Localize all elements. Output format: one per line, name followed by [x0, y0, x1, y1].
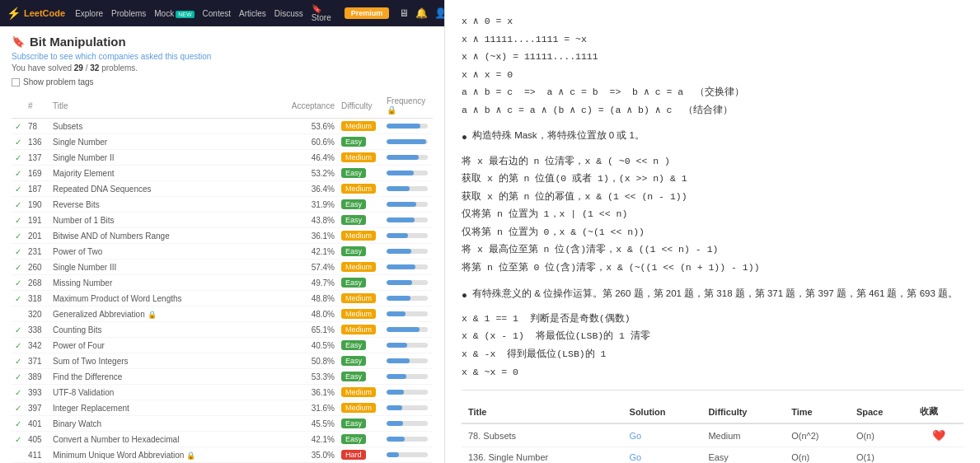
show-tags[interactable]: Show problem tags	[12, 77, 433, 87]
check-cell: ✓	[12, 244, 25, 260]
freq-bar	[387, 374, 406, 379]
num-cell: 268	[25, 275, 49, 291]
difficulty-badge: Medium	[341, 152, 376, 162]
freq-bar	[387, 217, 415, 222]
title-cell[interactable]: Generalized Abbreviation🔒	[49, 306, 288, 322]
diff-cell: Easy	[338, 197, 383, 213]
num-cell: 136	[25, 134, 49, 150]
difficulty-badge: Medium	[341, 262, 376, 272]
nav-items: Explore Problems MockNEW Contest Article…	[75, 4, 331, 22]
sum-col-collect: 收藏	[913, 400, 964, 423]
freq-bar-container	[387, 311, 428, 316]
num-cell: 411	[25, 447, 49, 463]
freq-cell	[383, 353, 433, 369]
num-cell: 401	[25, 416, 49, 432]
title-cell[interactable]: Majority Element	[49, 166, 288, 181]
logo-icon: ⚡	[7, 7, 21, 20]
freq-bar	[387, 390, 404, 395]
num-cell: 342	[25, 338, 49, 353]
freq-bar	[387, 264, 415, 269]
sum-collect-cell[interactable]: ❤️	[913, 423, 964, 447]
title-cell[interactable]: Find the Difference	[49, 369, 288, 385]
diff-cell: Medium	[338, 385, 383, 400]
monitor-icon[interactable]: 🖥	[399, 7, 409, 19]
user-icon[interactable]: 👤	[434, 7, 445, 19]
title-cell[interactable]: Number of 1 Bits	[49, 213, 288, 228]
title-cell[interactable]: Power of Four	[49, 338, 288, 353]
difficulty-badge: Easy	[341, 215, 366, 225]
accept-cell: 42.1%	[288, 432, 338, 447]
freq-bar-container	[387, 405, 428, 410]
freq-bar-container	[387, 171, 428, 175]
freq-cell	[383, 306, 433, 322]
freq-bar	[387, 280, 412, 285]
table-row: 320 Generalized Abbreviation🔒 48.0% Medi…	[12, 306, 433, 322]
check-cell: ✓	[12, 228, 25, 244]
title-cell[interactable]: Convert a Number to Hexadecimal	[49, 432, 288, 447]
freq-cell	[383, 275, 433, 291]
title-cell[interactable]: Minimum Unique Word Abbreviation🔒	[49, 447, 288, 463]
accept-cell: 65.1%	[288, 322, 338, 338]
title-cell[interactable]: Single Number III	[49, 260, 288, 275]
num-cell: 371	[25, 353, 49, 369]
title-cell[interactable]: Bitwise AND of Numbers Range	[49, 228, 288, 244]
nav-store[interactable]: 🔖 Store	[312, 4, 331, 22]
accept-cell: 36.1%	[288, 385, 338, 400]
freq-bar	[387, 405, 402, 410]
title-cell[interactable]: Power of Two	[49, 244, 288, 260]
title-cell[interactable]: Repeated DNA Sequences	[49, 181, 288, 197]
title-cell[interactable]: Missing Number	[49, 275, 288, 291]
bell-icon[interactable]: 🔔	[415, 7, 428, 19]
sum-solution-cell[interactable]: Go	[623, 447, 702, 463]
table-row: ✓ 405 Convert a Number to Hexadecimal 42…	[12, 432, 433, 447]
title-cell[interactable]: Binary Watch	[49, 416, 288, 432]
freq-bar	[387, 327, 420, 332]
num-cell: 338	[25, 322, 49, 338]
title-cell[interactable]: UTF-8 Validation	[49, 385, 288, 400]
nav-articles[interactable]: Articles	[239, 9, 266, 18]
sum-solution-cell[interactable]: Go	[623, 423, 702, 447]
title-cell[interactable]: Sum of Two Integers	[49, 353, 288, 369]
premium-button[interactable]: Premium	[345, 7, 390, 19]
nav-explore[interactable]: Explore	[75, 9, 103, 18]
freq-bar-container	[387, 421, 428, 426]
title-cell[interactable]: Subsets	[49, 119, 288, 134]
table-row: ✓ 260 Single Number III 57.4% Medium	[12, 260, 433, 275]
accept-cell: 31.6%	[288, 400, 338, 416]
freq-cell	[383, 197, 433, 213]
nav-contest[interactable]: Contest	[203, 9, 231, 18]
freq-bar	[387, 202, 416, 207]
title-cell[interactable]: Integer Replacement	[49, 400, 288, 416]
col-title: Title	[49, 93, 288, 119]
accept-cell: 50.8%	[288, 353, 338, 369]
difficulty-badge: Easy	[341, 199, 366, 209]
table-row: ✓ 393 UTF-8 Validation 36.1% Medium	[12, 385, 433, 400]
difficulty-badge: Medium	[341, 387, 376, 397]
table-row: ✓ 389 Find the Difference 53.3% Easy	[12, 369, 433, 385]
title-cell[interactable]: Reverse Bits	[49, 197, 288, 213]
freq-cell	[383, 369, 433, 385]
nav-discuss[interactable]: Discuss	[274, 9, 303, 18]
nav-problems[interactable]: Problems	[111, 9, 146, 18]
title-cell[interactable]: Maximum Product of Word Lengths	[49, 291, 288, 306]
table-row: ✓ 397 Integer Replacement 31.6% Medium	[12, 400, 433, 416]
freq-bar	[387, 311, 406, 316]
title-cell[interactable]: Counting Bits	[49, 322, 288, 338]
sum-collect-cell[interactable]	[913, 447, 964, 463]
subscribe-link[interactable]: Subscribe to see which companies asked t…	[12, 52, 433, 61]
freq-bar	[387, 186, 410, 191]
diff-cell: Medium	[338, 260, 383, 275]
lock-icon: 🔒	[186, 451, 195, 460]
tags-checkbox[interactable]	[12, 78, 20, 87]
table-row: ✓ 137 Single Number II 46.4% Medium	[12, 150, 433, 166]
check-cell	[12, 447, 25, 463]
title-cell[interactable]: Single Number	[49, 134, 288, 150]
heart-icon: ❤️	[932, 429, 945, 442]
freq-bar	[387, 343, 407, 348]
freq-bar-container	[387, 186, 428, 191]
nav-mock[interactable]: MockNEW	[154, 9, 194, 18]
check-cell: ✓	[12, 369, 25, 385]
col-num: #	[25, 93, 49, 119]
freq-cell	[383, 166, 433, 181]
title-cell[interactable]: Single Number II	[49, 150, 288, 166]
